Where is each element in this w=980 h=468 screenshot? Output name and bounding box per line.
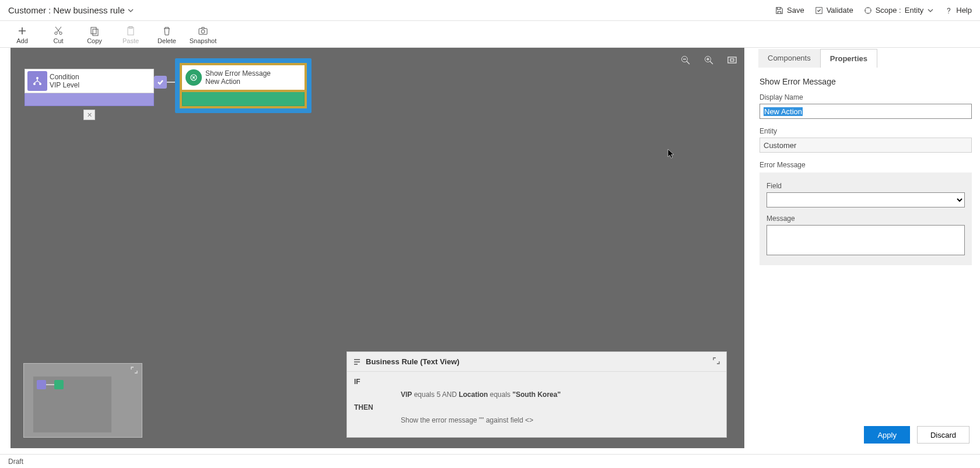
message-label: Message: [766, 214, 965, 223]
copy-button[interactable]: Copy: [83, 26, 106, 44]
display-name-label: Display Name: [760, 93, 972, 101]
entity-input: Customer: [760, 138, 972, 153]
header-actions: Save Validate Scope : Entity Help: [775, 6, 972, 15]
entity-value: Customer: [764, 141, 796, 150]
title-separator: :: [48, 5, 51, 15]
scope-value: Entity: [905, 6, 924, 15]
if-expression: VIP equals 5 AND Location equals "South …: [401, 390, 561, 399]
text-view-expand-icon[interactable]: [712, 357, 720, 367]
discard-button[interactable]: Discard: [917, 426, 970, 444]
svg-point-2: [949, 12, 949, 13]
command-toolbar: Add Cut Copy Paste Delete Snapshot: [0, 21, 980, 48]
panel-tabs: Components Properties: [758, 49, 973, 68]
save-icon: [775, 6, 783, 15]
minimap[interactable]: [23, 363, 142, 438]
rule-title[interactable]: Customer: New business rule: [8, 5, 134, 15]
header-bar: Customer: New business rule Save Validat…: [0, 0, 980, 21]
delete-button[interactable]: Delete: [155, 26, 178, 44]
tab-components[interactable]: Components: [758, 49, 820, 68]
error-message-subpanel: Field Message: [760, 173, 972, 265]
validate-button[interactable]: Validate: [815, 6, 853, 15]
svg-point-16: [33, 83, 36, 85]
action-node-selected[interactable]: Show Error Message New Action: [175, 58, 312, 113]
condition-icon: [27, 71, 47, 91]
snapshot-label: Snapshot: [190, 37, 216, 44]
chevron-down-icon[interactable]: [927, 7, 934, 14]
svg-rect-5: [91, 27, 96, 34]
help-icon: [944, 6, 953, 15]
delete-label: Delete: [158, 37, 176, 44]
properties-section-title: Show Error Message: [760, 77, 972, 86]
delete-icon: [162, 26, 172, 36]
help-label: Help: [956, 6, 972, 15]
chevron-down-icon[interactable]: [127, 7, 134, 14]
minimap-condition: [37, 380, 46, 389]
fit-to-screen-button[interactable]: [726, 54, 738, 66]
minimap-expand-icon[interactable]: [130, 366, 138, 374]
canvas-zoom-toolbar: [679, 54, 738, 66]
text-view-title: Business Rule (Text View): [366, 357, 460, 366]
canvas-container: Condition VIP Level ✕: [0, 48, 751, 454]
apply-button[interactable]: Apply: [864, 426, 910, 444]
status-bar: Draft: [0, 454, 980, 468]
zoom-out-button[interactable]: [679, 54, 692, 66]
message-textarea[interactable]: [766, 225, 965, 255]
validate-icon: [815, 6, 823, 15]
svg-point-15: [36, 77, 38, 79]
svg-point-10: [201, 30, 205, 33]
svg-rect-14: [730, 59, 734, 61]
minimap-action: [54, 380, 64, 389]
design-canvas[interactable]: Condition VIP Level ✕: [10, 48, 744, 448]
copy-label: Copy: [87, 37, 102, 44]
then-expression: Show the error message "" against field …: [401, 416, 533, 424]
add-label: Add: [16, 37, 28, 44]
action-title: Show Error Message: [205, 69, 271, 78]
display-name-value: New Action: [764, 107, 803, 116]
svg-point-17: [39, 83, 41, 85]
condition-subtitle: VIP Level: [50, 81, 79, 89]
cut-icon: [53, 26, 64, 36]
add-button[interactable]: Add: [10, 26, 34, 44]
action-subtitle: New Action: [205, 78, 271, 86]
if-keyword: IF: [354, 378, 377, 386]
svg-rect-0: [816, 7, 822, 13]
entity-name: Customer: [8, 5, 46, 15]
display-name-input[interactable]: New Action: [760, 104, 972, 119]
text-view-icon: [353, 358, 361, 366]
paste-label: Paste: [123, 37, 139, 44]
cut-button[interactable]: Cut: [47, 26, 70, 44]
copy-icon: [89, 26, 100, 36]
action-bar: [182, 92, 304, 106]
help-button[interactable]: Help: [944, 6, 972, 15]
scope-selector[interactable]: Scope : Entity: [864, 6, 935, 15]
zoom-in-button[interactable]: [702, 54, 715, 66]
rule-name: New business rule: [53, 5, 125, 15]
snapshot-button[interactable]: Snapshot: [191, 26, 215, 44]
condition-title: Condition: [50, 73, 79, 81]
entity-label: Entity: [760, 127, 972, 135]
tab-properties[interactable]: Properties: [820, 49, 877, 68]
field-select[interactable]: [766, 192, 965, 207]
validate-label: Validate: [827, 6, 853, 15]
paste-button: Paste: [119, 26, 142, 44]
text-view-panel: Business Rule (Text View) IF VIP equal: [346, 351, 727, 438]
svg-rect-13: [728, 57, 736, 63]
then-keyword: THEN: [354, 403, 377, 411]
properties-panel: Components Properties Show Error Message…: [751, 48, 980, 454]
save-label: Save: [787, 6, 804, 15]
scope-label: Scope :: [876, 6, 901, 15]
minimap-connector: [46, 384, 54, 385]
snapshot-icon: [198, 26, 208, 36]
add-icon: [17, 26, 27, 36]
paste-icon: [125, 26, 136, 36]
svg-rect-6: [93, 29, 98, 36]
condition-false-handle[interactable]: ✕: [83, 110, 95, 120]
error-action-icon: [186, 69, 202, 86]
save-button[interactable]: Save: [775, 6, 804, 15]
error-message-label: Error Message: [760, 161, 972, 169]
condition-node[interactable]: Condition VIP Level ✕: [24, 69, 154, 106]
condition-true-handle[interactable]: [154, 76, 167, 89]
cut-label: Cut: [53, 37, 63, 44]
scope-icon: [864, 6, 872, 15]
condition-bar: [24, 93, 154, 106]
